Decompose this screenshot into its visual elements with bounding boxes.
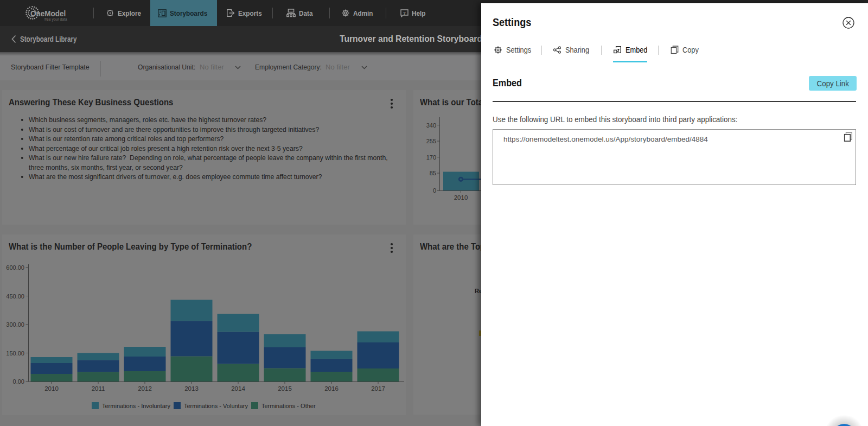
svg-text:340: 340 [426,122,436,129]
svg-text:2016: 2016 [324,385,339,392]
svg-text:150.00: 150.00 [6,350,24,357]
svg-text:0: 0 [433,187,436,194]
svg-text:300.00: 300.00 [6,321,24,328]
svg-text:2012: 2012 [138,385,152,392]
svg-text:2011: 2011 [92,385,105,392]
svg-text:2013: 2013 [184,385,199,392]
svg-text:600.00: 600.00 [6,264,24,271]
svg-text:85: 85 [430,170,436,176]
svg-text:450.00: 450.00 [6,293,24,300]
svg-text:255: 255 [426,138,436,144]
svg-text:2010: 2010 [454,194,468,201]
svg-text:170: 170 [426,154,436,161]
svg-text:2017: 2017 [371,385,385,392]
svg-text:2010: 2010 [44,385,59,392]
svg-text:2015: 2015 [278,385,292,392]
svg-text:?: ? [403,10,406,15]
svg-text:2014: 2014 [231,385,245,392]
svg-text:0.00: 0.00 [13,378,24,385]
